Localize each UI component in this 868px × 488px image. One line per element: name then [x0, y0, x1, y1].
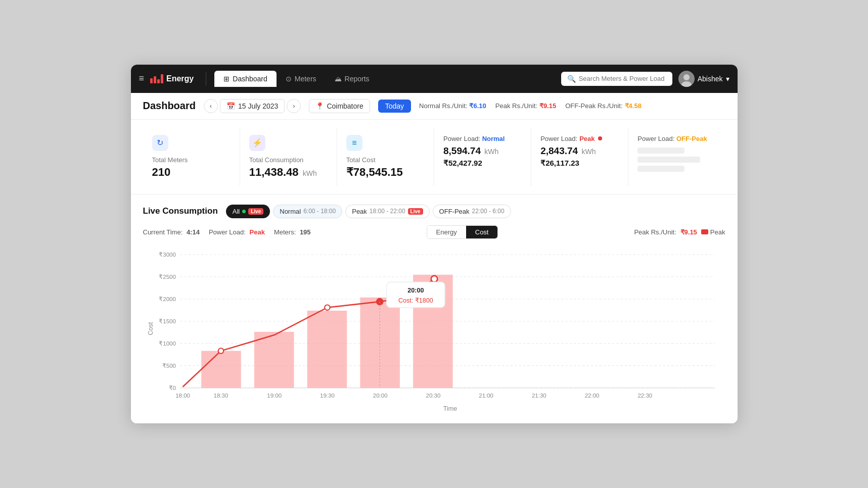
chart-meta: Current Time: 4:14 Power Load: Peak Mete…	[143, 225, 725, 239]
legend-peak-label: Peak	[710, 228, 725, 236]
svg-text:₹0: ₹0	[168, 385, 175, 391]
power-peak-type: Peak	[579, 135, 595, 142]
tooltip-cost: Cost: ₹1800	[398, 297, 433, 304]
power-normal-kwh: 8,594.74 kWh	[443, 145, 522, 157]
total-cost-value: ₹78,545.15	[346, 166, 425, 179]
offpeak-loading-2	[637, 157, 700, 163]
meters-meta: Meters: 195	[274, 228, 311, 236]
app-window: ≡ Energy ⊞ Dashboard ⊙ Meters ⛰ Reports	[131, 65, 738, 423]
rate-info: Normal Rs./Unit: ₹6.10 Peak Rs./Unit: ₹9…	[419, 102, 642, 110]
svg-text:20:00: 20:00	[373, 393, 387, 399]
tab-reports[interactable]: ⛰ Reports	[326, 71, 379, 87]
bar-1930	[307, 311, 347, 388]
today-button[interactable]: Today	[378, 100, 411, 113]
tab-offpeak-label: OFF-Peak	[439, 208, 470, 215]
reports-icon: ⛰	[335, 75, 342, 83]
toggle-cost-btn[interactable]: Cost	[466, 226, 498, 238]
brand-bar-2	[154, 76, 156, 83]
tab-offpeak[interactable]: OFF-Peak 22:00 - 6:00	[433, 205, 511, 218]
offpeak-rate-label: OFF-Peak Rs./Unit:	[565, 102, 622, 110]
search-input[interactable]	[579, 75, 666, 82]
svg-text:₹1500: ₹1500	[159, 318, 176, 324]
date-prev-button[interactable]: ‹	[204, 99, 218, 113]
card-total-meters: ↻ Total Meters 210	[143, 128, 240, 186]
live-header: Live Consumption All Live Normal 6:00 - …	[143, 205, 725, 218]
power-offpeak-label: Power Load: OFF-Peak	[637, 135, 716, 142]
offpeak-rate: OFF-Peak Rs./Unit: ₹4.58	[565, 102, 642, 110]
live-section: Live Consumption All Live Normal 6:00 - …	[131, 194, 738, 423]
location-name: Coimbatore	[327, 102, 363, 110]
svg-text:20:30: 20:30	[426, 393, 440, 399]
brand-bar-4	[161, 74, 163, 83]
total-meters-label: Total Meters	[152, 156, 231, 164]
tab-peak[interactable]: Peak 18:00 - 22:00 Live	[345, 205, 429, 218]
svg-text:21:30: 21:30	[531, 393, 546, 399]
header-divider	[206, 72, 206, 86]
chart-container: Cost ₹3000 ₹2500 ₹2000 ₹1500 ₹1000 ₹500 …	[143, 244, 725, 423]
meters-meta-val: 195	[300, 228, 311, 236]
power-load-meta-val: Peak	[250, 228, 265, 236]
brand-bar-3	[157, 79, 160, 83]
total-consumption-value: 11,438.48 kWh	[249, 166, 328, 179]
content: Dashboard ‹ 📅 15 July 2023 › 📍 Coimbator…	[131, 93, 738, 423]
user-badge[interactable]: Abishek ▾	[678, 71, 729, 87]
legend-peak: Peak	[701, 228, 725, 236]
tab-meters[interactable]: ⊙ Meters	[277, 71, 326, 87]
offpeak-loading-3	[637, 166, 684, 172]
svg-text:₹2500: ₹2500	[159, 274, 176, 280]
location-badge[interactable]: 📍 Coimbatore	[309, 99, 370, 113]
chevron-down-icon: ▾	[726, 75, 729, 83]
normal-rate-label: Normal Rs./Unit:	[419, 102, 467, 110]
svg-text:18:30: 18:30	[213, 393, 228, 399]
power-offpeak-type: OFF-Peak	[676, 135, 707, 142]
total-consumption-label: Total Consumption	[249, 156, 328, 164]
chart-rate-label: Peak Rs./Unit:	[634, 228, 676, 236]
power-peak-cost: ₹26,117.23	[540, 159, 619, 168]
header: ≡ Energy ⊞ Dashboard ⊙ Meters ⛰ Reports	[131, 65, 738, 93]
dashboard-icon: ⊞	[223, 75, 230, 83]
offpeak-loading-1	[637, 148, 684, 154]
svg-text:₹500: ₹500	[162, 363, 175, 369]
meters-icon: ⊙	[286, 75, 292, 83]
hamburger-icon[interactable]: ≡	[139, 73, 145, 84]
main-chart-svg: Cost ₹3000 ₹2500 ₹2000 ₹1500 ₹1000 ₹500 …	[143, 244, 725, 413]
chart-rate-info: Peak Rs./Unit: ₹9.15 Peak	[634, 228, 725, 236]
svg-text:18:00: 18:00	[175, 393, 190, 399]
tab-dashboard[interactable]: ⊞ Dashboard	[214, 71, 277, 87]
power-peak-unit: kWh	[581, 148, 596, 156]
power-normal-cost: ₹52,427.92	[443, 159, 522, 168]
date-display[interactable]: 📅 15 July 2023	[220, 99, 285, 113]
svg-text:22:00: 22:00	[584, 393, 599, 399]
all-live-dot	[242, 210, 246, 213]
peak-rate-val: ₹9.15	[539, 102, 556, 110]
total-meters-value: 210	[152, 166, 231, 179]
tab-peak-label: Peak	[352, 208, 367, 215]
tab-normal[interactable]: Normal 6:00 - 18:00	[273, 205, 342, 218]
peak-rate-label: Peak Rs./Unit:	[495, 102, 537, 110]
tab-normal-label: Normal	[280, 208, 301, 215]
brand-name: Energy	[166, 74, 194, 83]
user-name: Abishek	[698, 75, 723, 83]
tab-peak-sub: 18:00 - 22:00	[370, 208, 405, 215]
svg-text:₹2000: ₹2000	[159, 296, 176, 302]
power-normal-label: Power Load: Normal	[443, 135, 522, 142]
power-normal-type: Normal	[482, 135, 505, 142]
svg-text:₹1000: ₹1000	[159, 340, 176, 347]
consumption-unit: kWh	[303, 169, 317, 177]
tab-all[interactable]: All Live	[226, 205, 270, 218]
current-date: 15 July 2023	[238, 102, 278, 110]
legend-peak-icon	[701, 229, 708, 234]
x-axis-label: Time	[443, 405, 456, 412]
toggle-energy-btn[interactable]: Energy	[427, 226, 466, 238]
svg-text:21:00: 21:00	[479, 393, 493, 399]
date-next-button[interactable]: ›	[287, 99, 301, 113]
peak-live-badge: Live	[408, 208, 423, 215]
current-time-label: Current Time: 4:14	[143, 228, 200, 236]
normal-rate-val: ₹6.10	[469, 102, 486, 110]
power-peak-label: Power Load: Peak	[540, 135, 619, 142]
search-box[interactable]: 🔍	[561, 72, 672, 86]
card-power-peak: Power Load: Peak 2,843.74 kWh ₹26,117.23	[531, 128, 628, 186]
search-icon: 🔍	[567, 75, 576, 83]
date-nav: ‹ 📅 15 July 2023 ›	[204, 99, 301, 113]
tab-normal-sub: 6:00 - 18:00	[303, 208, 336, 215]
